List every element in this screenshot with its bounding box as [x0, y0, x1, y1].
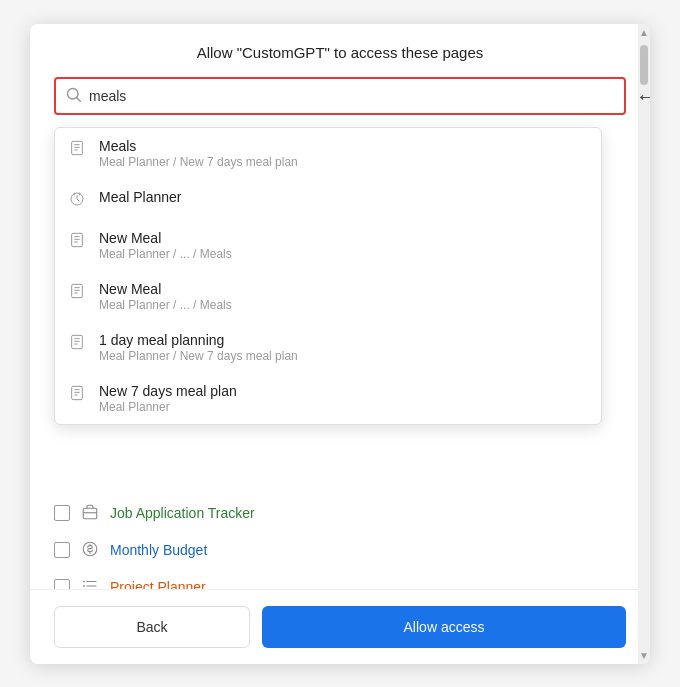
- scroll-down-arrow[interactable]: ▼: [638, 647, 650, 664]
- dropdown-item-title-meal-planner: Meal Planner: [99, 189, 182, 205]
- modal: ▲ ▼ Allow "CustomGPT" to access these pa…: [30, 24, 650, 664]
- svg-rect-13: [72, 284, 83, 297]
- checkbox-monthly-budget[interactable]: [54, 542, 70, 558]
- list-item-project-planner: Project Planner: [54, 569, 626, 589]
- dropdown-item-subtitle-7days: Meal Planner: [99, 400, 237, 414]
- svg-rect-9: [72, 233, 83, 246]
- label-job-tracker: Job Application Tracker: [110, 505, 255, 521]
- dropdown-item-1day[interactable]: 1 day meal planning Meal Planner / New 7…: [55, 322, 601, 373]
- dropdown-item-content-7days: New 7 days meal plan Meal Planner: [99, 383, 237, 414]
- dropdown-item-icon-meals: [69, 140, 89, 159]
- dropdown-item-content-new-meal-1: New Meal Meal Planner / ... / Meals: [99, 230, 232, 261]
- arrow-indicator: ←: [636, 84, 650, 107]
- briefcase-icon: [80, 503, 100, 524]
- dropdown-item-title-meals: Meals: [99, 138, 298, 154]
- dropdown-item-7days[interactable]: New 7 days meal plan Meal Planner: [55, 373, 601, 424]
- checkbox-job-tracker[interactable]: [54, 505, 70, 521]
- pages-list: Job Application Tracker Monthly Budget: [54, 495, 626, 589]
- dropdown-item-subtitle-1day: Meal Planner / New 7 days meal plan: [99, 349, 298, 363]
- svg-rect-2: [72, 141, 83, 154]
- dropdown-item-meals[interactable]: Meals Meal Planner / New 7 days meal pla…: [55, 128, 601, 179]
- svg-rect-21: [72, 386, 83, 399]
- dropdown-item-content-new-meal-2: New Meal Meal Planner / ... / Meals: [99, 281, 232, 312]
- checkbox-project-planner[interactable]: [54, 579, 70, 589]
- dropdown-item-content-meals: Meals Meal Planner / New 7 days meal pla…: [99, 138, 298, 169]
- modal-body: meals ← Meals: [30, 77, 650, 589]
- dropdown-item-icon-new-meal-1: [69, 232, 89, 251]
- list-item-monthly-budget: Monthly Budget: [54, 532, 626, 569]
- svg-line-1: [77, 97, 81, 101]
- label-monthly-budget: Monthly Budget: [110, 542, 207, 558]
- dropdown-item-new-meal-2[interactable]: New Meal Meal Planner / ... / Meals: [55, 271, 601, 322]
- scroll-up-arrow[interactable]: ▲: [638, 24, 650, 41]
- modal-header: Allow "CustomGPT" to access these pages: [30, 24, 650, 77]
- svg-rect-25: [83, 508, 97, 519]
- dropdown-item-icon-7days: [69, 385, 89, 404]
- svg-point-32: [83, 585, 85, 587]
- dropdown-item-subtitle-new-meal-2: Meal Planner / ... / Meals: [99, 298, 232, 312]
- search-icon: [66, 87, 81, 105]
- dropdown-item-content-meal-planner: Meal Planner: [99, 189, 182, 205]
- list-item-job-tracker: Job Application Tracker: [54, 495, 626, 532]
- dropdown-item-icon-1day: [69, 334, 89, 353]
- dropdown-item-title-1day: 1 day meal planning: [99, 332, 298, 348]
- search-input[interactable]: meals: [89, 88, 614, 104]
- modal-footer: Back Allow access: [30, 589, 650, 664]
- search-dropdown: Meals Meal Planner / New 7 days meal pla…: [54, 127, 602, 425]
- svg-point-31: [83, 580, 85, 582]
- dropdown-item-title-new-meal-1: New Meal: [99, 230, 232, 246]
- modal-title: Allow "CustomGPT" to access these pages: [197, 44, 484, 61]
- dropdown-item-icon-new-meal-2: [69, 283, 89, 302]
- allow-access-button[interactable]: Allow access: [262, 606, 626, 648]
- dropdown-item-subtitle-meals: Meal Planner / New 7 days meal plan: [99, 155, 298, 169]
- label-project-planner: Project Planner: [110, 579, 206, 589]
- dropdown-item-new-meal-1[interactable]: New Meal Meal Planner / ... / Meals: [55, 220, 601, 271]
- dropdown-item-title-7days: New 7 days meal plan: [99, 383, 237, 399]
- svg-rect-17: [72, 335, 83, 348]
- dropdown-item-icon-meal-planner: [69, 191, 89, 210]
- list-icon: [80, 577, 100, 589]
- back-button[interactable]: Back: [54, 606, 250, 648]
- dropdown-item-subtitle-new-meal-1: Meal Planner / ... / Meals: [99, 247, 232, 261]
- search-container: meals: [54, 77, 626, 115]
- dropdown-item-title-new-meal-2: New Meal: [99, 281, 232, 297]
- search-wrapper: meals ← Meals: [54, 77, 626, 115]
- coins-icon: [80, 540, 100, 561]
- dropdown-item-meal-planner[interactable]: Meal Planner: [55, 179, 601, 220]
- dropdown-item-content-1day: 1 day meal planning Meal Planner / New 7…: [99, 332, 298, 363]
